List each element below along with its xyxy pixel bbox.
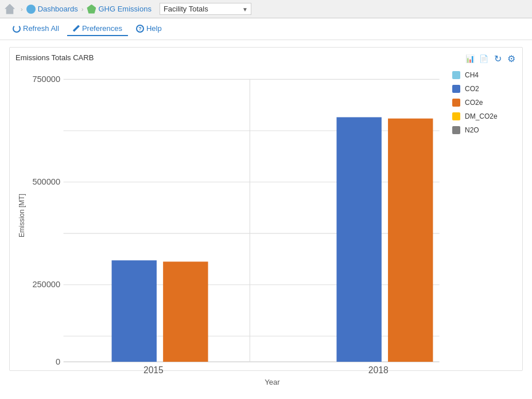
home-icon[interactable] <box>5 4 15 14</box>
ghg-icon <box>87 5 96 14</box>
chart-refresh-icon[interactable]: ↻ <box>492 53 503 64</box>
help-icon: ? <box>136 25 144 33</box>
refresh-label: Refresh All <box>23 24 59 33</box>
bar-2015-co2e <box>163 261 208 362</box>
chart-inner: 750000 500000 250000 0 <box>28 66 517 365</box>
legend: CH4 CO2 CO2e DM_CO2e <box>448 66 517 144</box>
legend-item-n2o: N2O <box>452 126 512 134</box>
toolbar: Refresh All Preferences ? Help <box>0 18 532 40</box>
main-content: Emissions Totals CARB 📊 📄 ↻ ⚙ Emission [… <box>0 40 532 378</box>
help-button[interactable]: ? Help <box>130 22 168 36</box>
legend-item-ch4: CH4 <box>452 71 512 79</box>
ghg-label: GHG Emissions <box>98 5 151 13</box>
legend-item-co2: CO2 <box>452 85 512 93</box>
chart-settings-icon[interactable]: ⚙ <box>506 53 517 64</box>
facility-totals-dropdown[interactable]: Facility Totals <box>160 3 251 15</box>
svg-text:500000: 500000 <box>32 177 60 186</box>
legend-label-co2e: CO2e <box>465 99 483 107</box>
preferences-label: Preferences <box>82 24 122 33</box>
chart-icon-toolbar: 📊 📄 ↻ ⚙ <box>465 53 517 64</box>
x-axis-label: Year <box>28 374 517 388</box>
breadcrumb-sep-1: › <box>21 6 23 13</box>
excel-icon[interactable]: 📊 <box>465 53 475 64</box>
breadcrumb: › Dashboards › GHG Emissions Facility To… <box>5 3 251 15</box>
bar-2018-co2e <box>388 119 433 362</box>
svg-text:750000: 750000 <box>32 75 60 84</box>
bar-2018-co2 <box>336 117 381 362</box>
legend-label-ch4: CH4 <box>465 71 479 79</box>
preferences-button[interactable]: Preferences <box>67 22 128 36</box>
legend-color-n2o <box>452 126 460 134</box>
bar-2015-co2 <box>112 260 157 362</box>
refresh-icon <box>13 25 21 33</box>
svg-text:250000: 250000 <box>32 280 60 289</box>
dashboards-nav-item[interactable]: Dashboards <box>26 5 78 14</box>
legend-label-n2o: N2O <box>465 126 479 134</box>
svg-text:0: 0 <box>56 357 60 366</box>
dashboards-label: Dashboards <box>38 5 78 13</box>
chart-panel: Emissions Totals CARB 📊 📄 ↻ ⚙ Emission [… <box>9 47 523 371</box>
breadcrumb-sep-2: › <box>81 6 84 13</box>
refresh-all-button[interactable]: Refresh All <box>7 22 65 36</box>
legend-label-co2: CO2 <box>465 85 479 93</box>
legend-label-dm-co2e: DM_CO2e <box>465 112 498 120</box>
legend-color-dm-co2e <box>452 112 460 120</box>
legend-item-dm-co2e: DM_CO2e <box>452 112 512 120</box>
svg-text:2018: 2018 <box>368 365 389 374</box>
chart-container: Emission [MT] 750000 500000 <box>15 66 517 365</box>
svg-text:2015: 2015 <box>143 365 164 374</box>
chart-svg: 750000 500000 250000 0 <box>28 66 517 374</box>
y-axis-label: Emission [MT] <box>15 66 28 365</box>
help-label: Help <box>146 24 162 33</box>
ghg-nav-item[interactable]: GHG Emissions <box>87 5 151 14</box>
chart-title: Emissions Totals CARB <box>15 53 517 62</box>
legend-color-co2e <box>452 99 460 107</box>
dashboards-icon <box>26 5 36 14</box>
legend-item-co2e: CO2e <box>452 99 512 107</box>
pdf-icon[interactable]: 📄 <box>479 53 489 64</box>
chart-plot-area: 750000 500000 250000 0 <box>28 66 517 374</box>
facility-dropdown-wrapper: Facility Totals <box>154 3 251 15</box>
pencil-icon <box>73 25 80 32</box>
legend-color-co2 <box>452 85 460 93</box>
top-nav: › Dashboards › GHG Emissions Facility To… <box>0 0 532 18</box>
legend-color-ch4 <box>452 71 460 79</box>
